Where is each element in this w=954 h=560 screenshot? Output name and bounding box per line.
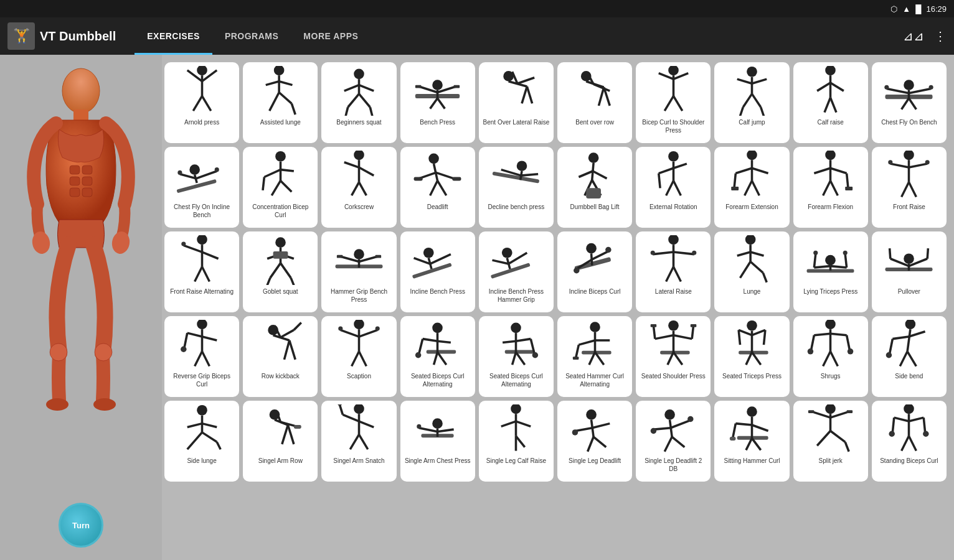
exercise-item[interactable]: Decline bench press	[479, 147, 554, 228]
exercise-item[interactable]: Side bend	[872, 316, 947, 397]
svg-point-99	[354, 151, 364, 161]
exercise-grid-container[interactable]: Arnold pressAssisted lungeBeginners squa…	[162, 55, 954, 560]
exercise-item[interactable]: Bicep Curl to Shoulder Press	[636, 62, 711, 143]
svg-point-359	[650, 428, 656, 434]
grid-view-icon[interactable]: ⊿⊿	[903, 29, 924, 44]
exercise-item[interactable]: Chest Fly On Incline Bench	[164, 147, 239, 228]
exercise-item[interactable]: Goblet squat	[243, 231, 318, 312]
exercise-item[interactable]: Beginners squat	[321, 62, 396, 143]
svg-rect-6	[70, 188, 80, 197]
tab-more-apps[interactable]: MORE APPS	[291, 17, 371, 55]
exercise-item[interactable]: Shrugs	[793, 316, 868, 397]
exercise-item[interactable]: Bench Press	[400, 62, 475, 143]
tab-programs[interactable]: PROGRAMS	[212, 17, 291, 55]
svg-line-381	[845, 442, 849, 452]
turn-button[interactable]: Turn	[59, 503, 103, 548]
exercise-item[interactable]: Corkscrew	[321, 147, 396, 228]
exercise-item[interactable]: Single Arm Chest Press	[400, 401, 475, 482]
exercise-item[interactable]: Dumbbell Bag Lift	[557, 147, 632, 228]
svg-line-370	[752, 425, 768, 431]
tab-exercises[interactable]: EXERCISES	[135, 17, 212, 55]
exercise-item[interactable]: Row kickback	[243, 316, 318, 397]
svg-point-329	[354, 404, 364, 414]
exercise-item[interactable]: Forearm Extension	[714, 147, 789, 228]
exercise-item[interactable]: Chest Fly On Bench	[872, 62, 947, 143]
svg-point-218	[813, 251, 818, 255]
svg-line-22	[266, 82, 279, 85]
exercise-item[interactable]: Split jerk	[793, 401, 868, 482]
svg-line-42	[430, 98, 438, 109]
svg-rect-112	[452, 177, 461, 181]
svg-point-12	[50, 343, 67, 361]
svg-point-11	[93, 398, 116, 411]
svg-point-86	[189, 165, 200, 175]
exercise-item[interactable]: Singel Arm Snatch	[321, 401, 396, 482]
exercise-thumbnail	[565, 320, 625, 370]
svg-line-313	[900, 352, 908, 366]
exercise-item[interactable]: Calf jump	[714, 62, 789, 143]
svg-point-389	[923, 431, 929, 437]
exercise-item[interactable]: Side lunge	[164, 401, 239, 482]
exercise-thumbnail	[172, 151, 232, 200]
exercise-item[interactable]: Deadlift	[400, 147, 475, 228]
exercise-item[interactable]: Lunge	[714, 231, 789, 312]
exercise-item[interactable]: Bent Over Lateral Raise	[479, 62, 554, 143]
exercise-item[interactable]: Lateral Raise	[636, 231, 711, 312]
svg-point-90	[177, 170, 182, 175]
exercise-item[interactable]: Seated Triceps Press	[714, 316, 789, 397]
exercise-item[interactable]: Seated Biceps Curl Alternating	[479, 316, 554, 397]
more-options-icon[interactable]: ⋮	[934, 29, 947, 44]
exercise-item[interactable]: Lying Triceps Press	[793, 231, 868, 312]
exercise-name: Pullover	[897, 287, 922, 296]
svg-rect-40	[415, 85, 422, 88]
exercise-item[interactable]: Hammer Grip Bench Press	[321, 231, 396, 312]
exercise-item[interactable]: Seated Biceps Curl Alternating	[400, 316, 475, 397]
exercise-name: Concentration Bicep Curl	[245, 203, 315, 219]
svg-point-260	[511, 323, 522, 334]
exercise-item[interactable]: Incline Bench Press	[400, 231, 475, 312]
exercise-item[interactable]: Single Leg Deadlift 2 DB	[636, 401, 711, 482]
exercise-name: Standing Biceps Curl	[879, 457, 939, 465]
svg-point-62	[747, 67, 757, 77]
exercise-item[interactable]: Scaption	[321, 316, 396, 397]
exercise-name: Goblet squat	[262, 287, 300, 296]
exercise-item[interactable]: Forearm Flexion	[793, 147, 868, 228]
svg-line-308	[908, 330, 911, 352]
exercise-item[interactable]: Front Raise Alternating	[164, 231, 239, 312]
exercise-item[interactable]: Incline Bench Press Hammer Grip	[479, 231, 554, 312]
svg-point-311	[886, 352, 892, 358]
svg-line-284	[692, 326, 693, 339]
exercise-item[interactable]: Seated Shoulder Press	[636, 316, 711, 397]
exercise-item[interactable]: Single Leg Deadlift	[557, 401, 632, 482]
exercise-item[interactable]: Single Leg Calf Raise	[479, 401, 554, 482]
exercise-item[interactable]: External Rotation	[636, 147, 711, 228]
exercise-thumbnail	[251, 66, 310, 116]
exercise-thumbnail	[801, 320, 860, 370]
exercise-item[interactable]: Arnold press	[164, 62, 239, 143]
exercise-item[interactable]: Sitting Hammer Curl	[714, 401, 789, 482]
exercise-item[interactable]: Calf raise	[793, 62, 868, 143]
svg-point-114	[517, 161, 527, 172]
exercise-item[interactable]: Concentration Bicep Curl	[243, 147, 318, 228]
svg-line-354	[587, 437, 593, 452]
exercise-item[interactable]: Standing Biceps Curl	[872, 401, 947, 482]
exercise-item[interactable]: Incline Biceps Curl	[557, 231, 632, 312]
svg-point-231	[181, 347, 187, 353]
exercise-item[interactable]: Front Raise	[872, 147, 947, 228]
exercise-item[interactable]: Assisted lunge	[243, 62, 318, 143]
exercise-item[interactable]: Singel Arm Row	[243, 401, 318, 482]
exercise-item[interactable]: Reverse Grip Biceps Curl	[164, 316, 239, 397]
svg-line-217	[845, 254, 846, 268]
svg-line-139	[752, 181, 759, 196]
exercise-item[interactable]: Seated Hammer Curl Alternating	[557, 316, 632, 397]
exercise-item[interactable]: Bent over row	[557, 62, 632, 143]
svg-line-74	[824, 98, 831, 113]
exercise-item[interactable]: Pullover	[872, 231, 947, 312]
svg-rect-7	[82, 188, 92, 197]
svg-point-269	[590, 322, 600, 333]
svg-line-96	[280, 170, 293, 171]
exercise-name: Bent over row	[574, 118, 615, 126]
svg-line-208	[740, 262, 750, 278]
svg-line-155	[909, 182, 917, 197]
svg-line-49	[527, 86, 532, 103]
